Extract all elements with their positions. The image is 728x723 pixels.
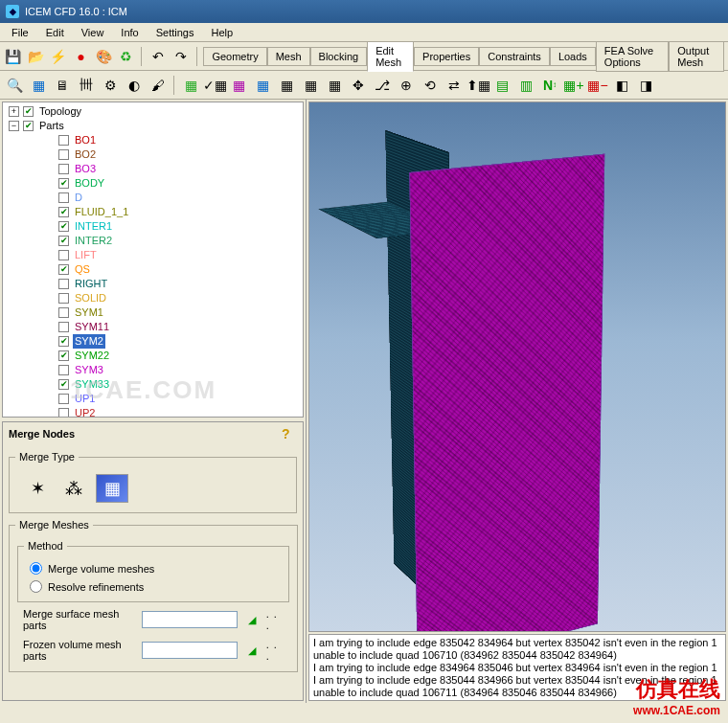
tree-checkbox[interactable]: ✔ bbox=[58, 264, 69, 275]
tree-part-body[interactable]: ✔BODY bbox=[5, 176, 301, 191]
tree-checkbox[interactable]: ✔ bbox=[58, 350, 69, 361]
mesh-edit-icon[interactable]: ▦ bbox=[252, 75, 273, 96]
merge-multi-icon[interactable]: ⁂ bbox=[59, 474, 88, 503]
tree-checkbox[interactable] bbox=[58, 192, 69, 203]
mesh-minus-icon[interactable]: ▦− bbox=[587, 75, 608, 96]
tree-part-qs[interactable]: ✔QS bbox=[5, 262, 301, 277]
help-icon[interactable]: ? bbox=[282, 426, 297, 441]
tree-part-fluid_1_1[interactable]: ✔FLUID_1_1 bbox=[5, 205, 301, 219]
tree-part-sym1[interactable]: SYM1 bbox=[5, 305, 301, 320]
mesh-quality-icon[interactable]: ▦ bbox=[228, 75, 249, 96]
tree-part-inter1[interactable]: ✔INTER1 bbox=[5, 219, 301, 234]
mesh-split-icon[interactable]: ⎇ bbox=[372, 75, 393, 96]
mesh-merge-icon[interactable]: ⊕ bbox=[396, 75, 417, 96]
tree-checkbox[interactable] bbox=[58, 408, 69, 418]
mesh-check-icon[interactable]: ✓▦ bbox=[204, 75, 225, 96]
tree-part-bo1[interactable]: BO1 bbox=[5, 133, 301, 147]
menu-info[interactable]: Info bbox=[113, 25, 146, 40]
tree-checkbox[interactable] bbox=[58, 322, 69, 332]
tree-part-d[interactable]: D bbox=[5, 191, 301, 205]
mesh-reorder-icon[interactable]: ▥ bbox=[515, 75, 536, 96]
mesh-tool-b-icon[interactable]: ◨ bbox=[635, 75, 656, 96]
tree-checkbox[interactable] bbox=[58, 149, 69, 160]
mesh-extrude-icon[interactable]: ⬆▦ bbox=[467, 75, 489, 96]
tab-edit-mesh[interactable]: Edit Mesh bbox=[367, 41, 414, 72]
tree-part-sym33[interactable]: ✔SYM33 bbox=[5, 377, 301, 392]
tree-checkbox[interactable] bbox=[58, 307, 69, 318]
tree-checkbox[interactable]: ✔ bbox=[58, 236, 69, 246]
tree-checkbox[interactable] bbox=[58, 394, 69, 404]
measure-icon[interactable]: 卌 bbox=[76, 75, 97, 96]
undo-icon[interactable]: ↶ bbox=[148, 46, 168, 67]
tree-checkbox[interactable]: ✔ bbox=[23, 121, 34, 131]
pick-frozen-icon[interactable]: ◢ bbox=[243, 641, 261, 660]
tab-mesh[interactable]: Mesh bbox=[267, 47, 310, 66]
options-icon[interactable]: ⚙ bbox=[100, 75, 121, 96]
mesh-move-icon[interactable]: ✥ bbox=[348, 75, 369, 96]
mesh-transform-icon[interactable]: ⟲ bbox=[420, 75, 441, 96]
radio-merge-volume[interactable]: Merge volume meshes bbox=[24, 559, 283, 577]
tree-parts[interactable]: − ✔ Parts bbox=[5, 119, 301, 133]
surface-more-button[interactable]: . . . bbox=[266, 608, 284, 631]
mesh-convert-icon[interactable]: ⇄ bbox=[444, 75, 465, 96]
tree-checkbox[interactable] bbox=[58, 365, 69, 375]
tree-checkbox[interactable]: ✔ bbox=[58, 221, 69, 232]
tab-properties[interactable]: Properties bbox=[414, 47, 479, 66]
mesh-create-icon[interactable]: ▦ bbox=[180, 75, 201, 96]
menu-edit[interactable]: Edit bbox=[38, 25, 72, 40]
zoom-in-icon[interactable]: 🔍 bbox=[4, 75, 25, 96]
tree-checkbox[interactable]: ✔ bbox=[58, 379, 69, 390]
merge-single-icon[interactable]: ✶ bbox=[23, 474, 52, 503]
tree-part-sym11[interactable]: SYM11 bbox=[5, 320, 301, 334]
tree-collapse-icon[interactable]: − bbox=[9, 121, 19, 131]
tab-output-mesh[interactable]: Output Mesh bbox=[669, 41, 724, 72]
mesh-tool-a-icon[interactable]: ◧ bbox=[611, 75, 632, 96]
surface-parts-input[interactable] bbox=[142, 611, 238, 628]
tree-part-bo2[interactable]: BO2 bbox=[5, 147, 301, 162]
refresh-icon[interactable]: ♻ bbox=[117, 46, 136, 67]
save-icon[interactable]: 💾 bbox=[4, 46, 23, 67]
tree-part-up2[interactable]: UP2 bbox=[5, 406, 301, 418]
tab-constraints[interactable]: Constraints bbox=[479, 47, 550, 66]
mesh-smooth-icon[interactable]: ▦ bbox=[276, 75, 297, 96]
tree-checkbox[interactable]: ✔ bbox=[23, 106, 34, 117]
tree-part-right[interactable]: RIGHT bbox=[5, 277, 301, 291]
mesh-n-icon[interactable]: N↕ bbox=[539, 75, 560, 96]
mesh-plus-icon[interactable]: ▦+ bbox=[563, 75, 584, 96]
tree-expand-icon[interactable]: + bbox=[9, 106, 19, 117]
mesh-block-model[interactable] bbox=[474, 334, 726, 392]
palette-icon[interactable]: 🎨 bbox=[94, 46, 113, 67]
open-folder-icon[interactable]: 📂 bbox=[27, 46, 46, 67]
menu-view[interactable]: View bbox=[74, 25, 112, 40]
brush-icon[interactable]: 🖌 bbox=[148, 75, 169, 96]
tree-checkbox[interactable] bbox=[58, 250, 69, 260]
merge-volume-icon[interactable]: ▦ bbox=[96, 474, 128, 503]
frozen-parts-input[interactable] bbox=[142, 642, 238, 659]
tree-part-lift[interactable]: LIFT bbox=[5, 248, 301, 262]
tree-part-inter2[interactable]: ✔INTER2 bbox=[5, 234, 301, 248]
menu-help[interactable]: Help bbox=[203, 25, 240, 40]
lightning-icon[interactable]: ⚡ bbox=[49, 46, 68, 67]
tree-part-sym2[interactable]: ✔SYM2 bbox=[5, 334, 301, 349]
message-console[interactable]: I am trying to include edge 835042 83496… bbox=[308, 634, 726, 701]
radio-resolve[interactable]: Resolve refinements bbox=[24, 577, 283, 596]
tree-checkbox[interactable]: ✔ bbox=[58, 178, 69, 189]
mesh-coarsen-icon[interactable]: ▦ bbox=[324, 75, 345, 96]
tab-geometry[interactable]: Geometry bbox=[203, 47, 266, 66]
redo-icon[interactable]: ↷ bbox=[171, 46, 191, 67]
tree-part-sym3[interactable]: SYM3 bbox=[5, 363, 301, 377]
mesh-refine-icon[interactable]: ▦ bbox=[300, 75, 321, 96]
tree-part-up1[interactable]: UP1 bbox=[5, 392, 301, 406]
tree-checkbox[interactable] bbox=[58, 135, 69, 146]
3d-viewport[interactable] bbox=[308, 102, 726, 632]
radio-merge-volume-input[interactable] bbox=[30, 562, 42, 575]
tree-checkbox[interactable]: ✔ bbox=[58, 207, 69, 217]
tab-blocking[interactable]: Blocking bbox=[310, 47, 368, 66]
mesh-layers-icon[interactable]: ▤ bbox=[491, 75, 512, 96]
model-tree[interactable]: + ✔ Topology − ✔ Parts BO1BO2BO3✔BODYD✔F… bbox=[2, 102, 304, 418]
tree-topology[interactable]: + ✔ Topology bbox=[5, 104, 301, 119]
wireframe-icon[interactable]: ▦ bbox=[28, 75, 49, 96]
frozen-more-button[interactable]: . . . bbox=[266, 639, 284, 662]
radio-resolve-input[interactable] bbox=[30, 580, 42, 593]
pick-surface-icon[interactable]: ◢ bbox=[243, 610, 261, 629]
